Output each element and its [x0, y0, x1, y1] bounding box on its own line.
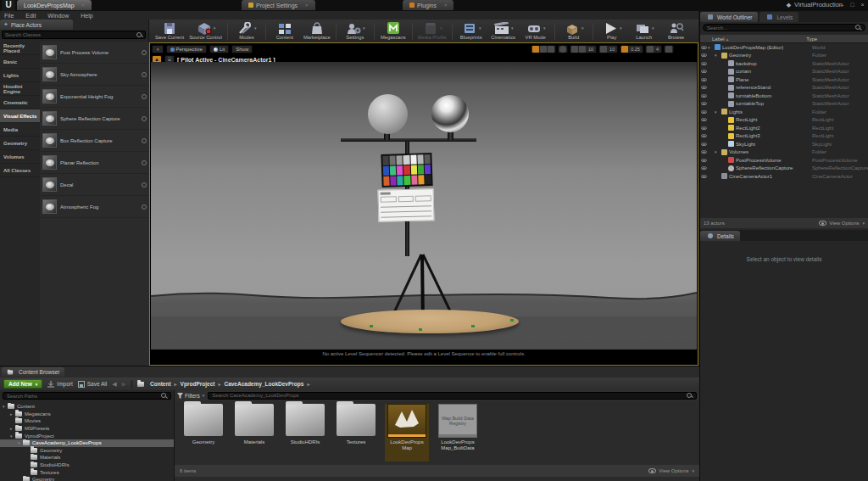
dropdown-caret-icon[interactable]: ▾ [511, 25, 514, 31]
visibility-eye-icon[interactable] [701, 70, 706, 73]
drag-handle-icon[interactable] [142, 50, 147, 55]
asset-tile-geometry[interactable]: Geometry [181, 404, 225, 461]
tab-close-icon[interactable]: × [82, 3, 86, 8]
launch-button[interactable]: ▾Launch [631, 22, 658, 40]
category-volumes[interactable]: Volumes [0, 150, 40, 164]
drag-handle-icon[interactable] [142, 160, 147, 165]
outliner-row[interactable]: RectLight3RectLight [700, 132, 868, 141]
folder-tree-row[interactable]: Geometry [0, 447, 174, 455]
tab-content-browser[interactable]: Content Browser [2, 367, 64, 377]
outliner-view-options-button[interactable]: View Options▾ [819, 221, 865, 226]
assets-search-input[interactable]: Search CaveAcademy_LookDevProps [208, 392, 697, 400]
translate-tool-icon[interactable] [532, 46, 539, 53]
category-houdini-engine[interactable]: Houdini Engine [0, 82, 40, 96]
visibility-eye-icon[interactable] [701, 94, 706, 98]
viewport-options-button[interactable]: ▾ [152, 45, 164, 53]
viewport-show-button[interactable]: Show [231, 45, 253, 53]
close-button[interactable]: × [859, 1, 866, 8]
dropdown-caret-icon[interactable]: ▾ [214, 25, 216, 31]
folder-tree-row[interactable]: Movies [0, 417, 174, 425]
tab-close-icon[interactable]: × [305, 3, 309, 8]
column-type[interactable]: Type [806, 36, 817, 42]
visibility-eye-icon[interactable] [701, 143, 706, 146]
paths-search-input[interactable]: Search Paths [3, 392, 171, 400]
expander-icon[interactable]: ▾ [715, 149, 720, 154]
modes-button[interactable]: ▾Modes [233, 22, 260, 40]
tab-place-actors[interactable]: ✦ Place Actors [0, 20, 73, 30]
outliner-row[interactable]: referenceStandStaticMeshActor [700, 84, 868, 92]
level-viewport[interactable]: ▾ Perspective Lit Show 10 10 [149, 42, 698, 366]
viewport-scene[interactable] [151, 62, 697, 350]
folder-tree-row[interactable]: Textures [0, 468, 174, 476]
play-button[interactable]: ▾Play [598, 22, 626, 40]
place-actors-search-input[interactable]: Search Classes [2, 31, 146, 39]
visibility-eye-icon[interactable] [701, 166, 706, 170]
settings-button[interactable]: ▾Settings [342, 22, 369, 40]
menu-edit[interactable]: Edit [25, 13, 36, 19]
breadcrumb-caveacademy_lookdevprops[interactable]: CaveAcademy_LookDevProps [224, 381, 303, 387]
browse-button[interactable]: Browse [663, 22, 690, 40]
dropdown-caret-icon[interactable]: ▾ [479, 25, 481, 31]
asset-tile-lookdevprops-map_builtdata[interactable]: Map Build Data RegistryLookDevProps Map_… [436, 404, 480, 461]
back-button[interactable]: ◀ [112, 381, 116, 388]
dropdown-caret-icon[interactable]: ▾ [652, 25, 654, 31]
outliner-row[interactable]: backdropStaticMeshActor [700, 59, 868, 68]
category-recently-placed[interactable]: Recently Placed [0, 42, 40, 55]
rotate-tool-icon[interactable] [540, 46, 547, 53]
folder-tree-row[interactable]: ▸Megascans [0, 411, 174, 418]
dropdown-caret-icon[interactable]: ▾ [543, 25, 546, 31]
folder-tree-row[interactable]: Materials [0, 454, 174, 461]
visibility-eye-icon[interactable] [701, 110, 706, 114]
tab-levels[interactable]: Levels [760, 12, 798, 22]
category-lights[interactable]: Lights [0, 69, 40, 82]
category-geometry[interactable]: Geometry [0, 137, 40, 150]
visibility-eye-icon[interactable] [701, 86, 706, 89]
visibility-eye-icon[interactable] [701, 150, 706, 154]
place-actor-item[interactable]: Sky Atmosphere [40, 64, 149, 86]
grid-snap-icon[interactable] [579, 46, 586, 53]
save-all-button[interactable]: Save All [78, 381, 108, 388]
category-media[interactable]: Media [0, 123, 40, 137]
folder-tree-row[interactable]: ▾VprodProject [0, 432, 174, 439]
content-view-options-button[interactable]: View Options▾ [648, 468, 694, 473]
cinematics-button[interactable]: ▾Cinematics [490, 22, 517, 40]
camera-speed-icon[interactable] [647, 46, 654, 53]
tab-details[interactable]: Details [700, 231, 740, 241]
menu-help[interactable]: Help [81, 13, 92, 19]
breadcrumb-vprodproject[interactable]: VprodProject [181, 381, 215, 387]
tab-world-outliner[interactable]: World Outliner [700, 12, 758, 22]
viewport-lit-button[interactable]: Lit [209, 45, 229, 53]
visibility-eye-icon[interactable] [701, 62, 706, 65]
place-actor-item[interactable]: Exponential Height Fog [40, 86, 149, 108]
outliner-row[interactable]: ▾LookDevPropsMap (Editor)World [700, 43, 868, 52]
world-local-toggle-icon[interactable] [559, 46, 566, 53]
add-new-button[interactable]: Add New▾ [3, 379, 42, 389]
visibility-eye-icon[interactable] [701, 102, 706, 105]
dropdown-caret-icon[interactable]: ▾ [620, 25, 622, 31]
visibility-eye-icon[interactable] [701, 175, 706, 178]
maximize-button[interactable]: □ [849, 1, 856, 8]
minimize-button[interactable]: – [838, 1, 846, 8]
outliner-row[interactable]: turntableTopStaticMeshActor [700, 100, 868, 109]
scale-snap-value[interactable]: 0.25 [629, 47, 642, 52]
dropdown-caret-icon[interactable]: ▾ [363, 25, 365, 31]
category-cinematic[interactable]: Cinematic [0, 96, 40, 109]
menu-file[interactable]: File [4, 13, 14, 19]
outliner-search-input[interactable]: Search... [703, 24, 865, 31]
build-button[interactable]: ▾Build [560, 22, 587, 40]
asset-tile-studiohdris[interactable]: StudioHDRIs [283, 404, 327, 461]
tab-close-icon[interactable]: × [444, 3, 448, 8]
window-tab-plugins[interactable]: Plugins× [403, 0, 453, 10]
outliner-row[interactable]: ▾GeometryFolder [700, 52, 868, 60]
maximize-viewport-icon[interactable] [665, 46, 672, 53]
viewport-perspective-button[interactable]: Perspective [166, 45, 207, 53]
window-tab-lookdevpropsmap[interactable]: LookDevPropsMap× [17, 0, 92, 10]
drag-handle-icon[interactable] [142, 204, 147, 210]
asset-tile-materials[interactable]: Materials [232, 404, 276, 461]
surface-snap-icon[interactable] [571, 46, 578, 53]
place-actor-item[interactable]: Decal [40, 174, 149, 196]
drag-handle-icon[interactable] [142, 182, 147, 187]
category-all-classes[interactable]: All Classes [0, 164, 40, 177]
visibility-eye-icon[interactable] [701, 126, 706, 130]
outliner-row[interactable]: CineCameraActor1CineCameraActor [700, 172, 868, 181]
